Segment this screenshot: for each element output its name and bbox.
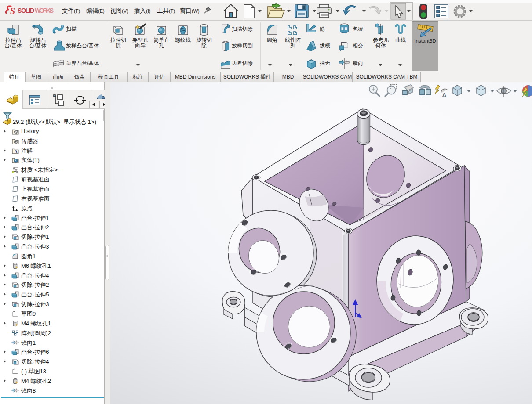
svg-text:SOLID: SOLID [18, 7, 34, 14]
svg-text:A: A [442, 91, 447, 99]
svg-text:S: S [10, 6, 15, 16]
svg-text:A: A [15, 149, 18, 154]
svg-text:WORKS: WORKS [35, 7, 54, 14]
